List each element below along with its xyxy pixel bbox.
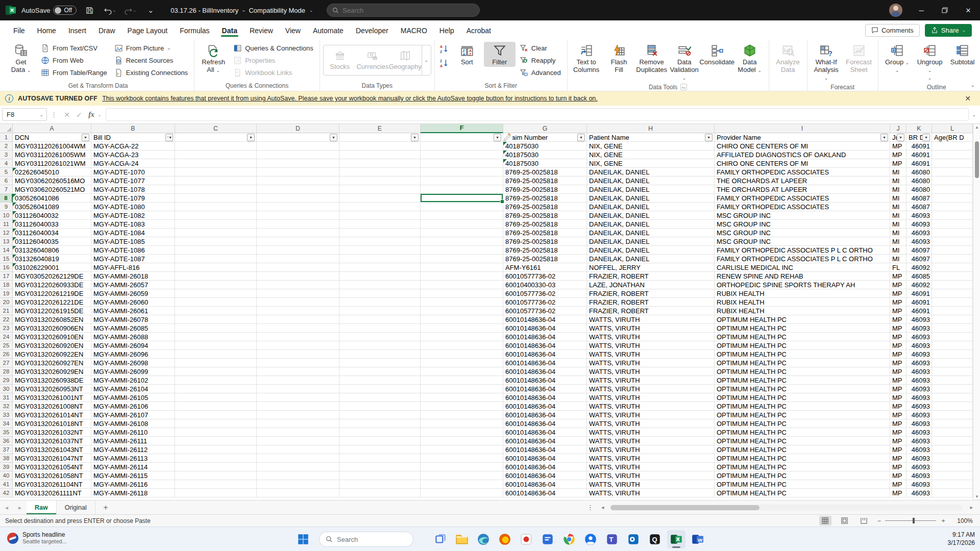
cell-C41[interactable] bbox=[175, 480, 257, 489]
cell-I10[interactable]: MSC GROUP INC bbox=[715, 211, 890, 220]
filter-dropdown-F1[interactable]: ▾ bbox=[494, 134, 501, 141]
existing-connections-button[interactable]: Existing Connections bbox=[111, 66, 191, 79]
cell-J37[interactable]: MP bbox=[890, 445, 906, 454]
zoom-out-icon[interactable]: − bbox=[877, 517, 881, 524]
cell-B16[interactable]: MGY-AFFL-816 bbox=[91, 263, 175, 272]
cell-H19[interactable]: FRAZIER, ROBERT bbox=[587, 289, 715, 298]
cell-K23[interactable]: 46093 bbox=[906, 324, 932, 333]
cell-C28[interactable] bbox=[175, 367, 257, 376]
ribbon-tab-data[interactable]: Data bbox=[216, 22, 243, 38]
cell-J41[interactable]: MP bbox=[890, 480, 906, 489]
cell-D17[interactable] bbox=[257, 272, 339, 281]
cell-B7[interactable]: MGY-ADTE-1078 bbox=[91, 185, 175, 194]
cell-I6[interactable]: THE ORCHARDS AT LAPEER bbox=[715, 177, 890, 185]
cell-H28[interactable]: WATTS, VIRUTH bbox=[587, 367, 715, 376]
autosave-control[interactable]: AutoSave Off bbox=[21, 6, 77, 15]
cell-I3[interactable]: AFFILIATED DIAGNOSTICS OF OAKLAND bbox=[715, 151, 890, 159]
cell-I17[interactable]: RENEW SPINE AND REHAB bbox=[715, 272, 890, 281]
cell-C29[interactable] bbox=[175, 376, 257, 385]
start-button[interactable] bbox=[294, 530, 312, 548]
cell-I38[interactable]: OPTIMUM HEALTH PC bbox=[715, 454, 890, 463]
normal-view-button[interactable] bbox=[819, 516, 831, 525]
cell-H33[interactable]: WATTS, VIRUTH bbox=[587, 411, 715, 419]
cell-L10[interactable] bbox=[932, 211, 973, 220]
cell-I12[interactable]: MSC GROUP INC bbox=[715, 229, 890, 237]
column-header-A[interactable]: A bbox=[13, 124, 91, 133]
cell-B40[interactable]: MGY-AMMI-26115 bbox=[91, 471, 175, 480]
cell-K3[interactable]: 46091 bbox=[906, 151, 932, 159]
cell-L38[interactable] bbox=[932, 454, 973, 463]
select-all-corner[interactable] bbox=[0, 124, 13, 133]
cell-K4[interactable]: 46091 bbox=[906, 159, 932, 168]
cell-J15[interactable]: MI bbox=[890, 255, 906, 263]
cell-L23[interactable] bbox=[932, 324, 973, 333]
cell-F38[interactable] bbox=[421, 454, 503, 463]
cell-L14[interactable] bbox=[932, 246, 973, 255]
cell-A35[interactable]: MGY031320261032NT bbox=[13, 428, 91, 437]
cell-G21[interactable]: 60010577736-02 bbox=[503, 307, 587, 315]
cell-C22[interactable] bbox=[175, 315, 257, 324]
cell-A16[interactable]: 031026229001 bbox=[13, 263, 91, 272]
firefox-icon[interactable] bbox=[496, 530, 514, 548]
cell-B26[interactable]: MGY-AMMI-26096 bbox=[91, 350, 175, 359]
cell-H16[interactable]: NOFFEL, JERRY bbox=[587, 263, 715, 272]
cell-E14[interactable] bbox=[339, 246, 421, 255]
fx-dropdown-icon[interactable]: ⌄ bbox=[97, 112, 102, 117]
cell-E26[interactable] bbox=[339, 350, 421, 359]
cell-K19[interactable]: 46091 bbox=[906, 289, 932, 298]
cell-E12[interactable] bbox=[339, 229, 421, 237]
cell-F2[interactable] bbox=[421, 142, 503, 151]
cell-J34[interactable]: MP bbox=[890, 419, 906, 428]
cell-G20[interactable]: 60010577736-02 bbox=[503, 298, 587, 307]
cell-A37[interactable]: MGY031320261043NT bbox=[13, 445, 91, 454]
refresh-all-button[interactable]: RefreshAll ⌄ bbox=[198, 42, 229, 76]
ribbon-tab-review[interactable]: Review bbox=[243, 22, 279, 38]
cell-E10[interactable] bbox=[339, 211, 421, 220]
cell-A25[interactable]: MGY031320260920EN bbox=[13, 341, 91, 350]
row-header-36[interactable]: 36 bbox=[0, 437, 13, 445]
column-header-F[interactable]: F bbox=[421, 124, 503, 133]
cell-C7[interactable] bbox=[175, 185, 257, 194]
cell-D25[interactable] bbox=[257, 341, 339, 350]
horizontal-scrollbar-thumb[interactable] bbox=[610, 505, 760, 510]
search-box[interactable] bbox=[327, 4, 480, 17]
cell-G34[interactable]: 60010148636-04 bbox=[503, 419, 587, 428]
cell-D23[interactable] bbox=[257, 324, 339, 333]
cell-D39[interactable] bbox=[257, 463, 339, 471]
cell-L7[interactable] bbox=[932, 185, 973, 194]
cell-D15[interactable] bbox=[257, 255, 339, 263]
word-icon[interactable]: W bbox=[689, 530, 707, 548]
cell-G28[interactable]: 60010148636-04 bbox=[503, 367, 587, 376]
cell-D26[interactable] bbox=[257, 350, 339, 359]
cell-B31[interactable]: MGY-AMMI-26105 bbox=[91, 393, 175, 402]
row-header-7[interactable]: 7 bbox=[0, 185, 13, 194]
vertical-scrollbar-thumb[interactable] bbox=[975, 141, 979, 178]
cell-H18[interactable]: LAZE, JONATHAN bbox=[587, 281, 715, 289]
cell-C34[interactable] bbox=[175, 419, 257, 428]
cell-I35[interactable]: OPTIMUM HEALTH PC bbox=[715, 428, 890, 437]
cell-D32[interactable] bbox=[257, 402, 339, 411]
cell-I28[interactable]: OPTIMUM HEALTH PC bbox=[715, 367, 890, 376]
header-cell-D1[interactable]: ▾ bbox=[257, 133, 339, 142]
from-picture-button[interactable]: From Picture⌄ bbox=[111, 42, 191, 54]
row-header-35[interactable]: 35 bbox=[0, 428, 13, 437]
cell-A2[interactable]: MGY031120261004WM bbox=[13, 142, 91, 151]
cancel-entry-button[interactable]: ✕ bbox=[61, 111, 73, 119]
cell-K33[interactable]: 46093 bbox=[906, 411, 932, 419]
cell-L8[interactable] bbox=[932, 194, 973, 203]
cell-H25[interactable]: WATTS, VIRUTH bbox=[587, 341, 715, 350]
cell-C40[interactable] bbox=[175, 471, 257, 480]
chrome-icon[interactable] bbox=[560, 530, 578, 548]
redo-button[interactable]: ⌄ bbox=[122, 4, 138, 17]
cell-F3[interactable] bbox=[421, 151, 503, 159]
workbook-links-button[interactable]: Workbook Links bbox=[230, 66, 316, 79]
cell-L24[interactable] bbox=[932, 333, 973, 341]
cell-A7[interactable]: MGY030620260521MO bbox=[13, 185, 91, 194]
cell-I2[interactable]: CHIRO ONE CENTERS OF MI bbox=[715, 142, 890, 151]
cell-K24[interactable]: 46093 bbox=[906, 333, 932, 341]
cell-C14[interactable] bbox=[175, 246, 257, 255]
cell-I42[interactable]: OPTIMUM HEALTH PC bbox=[715, 489, 890, 497]
cell-G42[interactable]: 60010148636-04 bbox=[503, 489, 587, 497]
filter-dropdown-D1[interactable]: ▾ bbox=[330, 134, 337, 141]
column-header-J[interactable]: J bbox=[890, 124, 906, 133]
